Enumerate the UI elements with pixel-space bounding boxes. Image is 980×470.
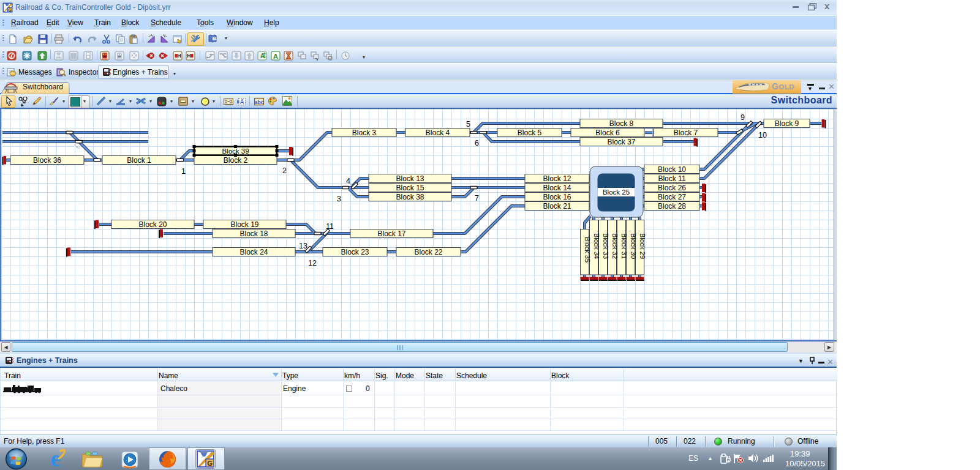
svg-text:Block 7: Block 7 [674, 129, 698, 137]
svg-text:Block 3: Block 3 [352, 129, 377, 137]
svg-text:Block 35: Block 35 [584, 237, 591, 263]
svg-text:Block 16: Block 16 [543, 193, 571, 201]
svg-text:Block 27: Block 27 [658, 193, 686, 201]
svg-text:Block 33: Block 33 [602, 233, 609, 259]
svg-text:11: 11 [326, 222, 334, 231]
svg-text:Block 34: Block 34 [593, 233, 600, 259]
svg-text:6: 6 [475, 139, 479, 147]
svg-text:Block 29: Block 29 [639, 233, 646, 259]
svg-text:Block 1: Block 1 [127, 156, 151, 165]
svg-text:7: 7 [475, 194, 479, 203]
svg-text:2: 2 [282, 166, 287, 175]
svg-text:A: A [240, 99, 244, 105]
svg-text:Block 36: Block 36 [33, 156, 61, 165]
svg-text:Block 5: Block 5 [518, 129, 542, 137]
svg-text:?: ? [213, 37, 216, 41]
svg-text:G: G [207, 460, 213, 467]
svg-text:13: 13 [299, 242, 307, 250]
svg-text:Block 9: Block 9 [775, 119, 799, 128]
svg-text:Block 20: Block 20 [138, 220, 167, 229]
svg-text:Block 22: Block 22 [414, 248, 442, 256]
svg-text:G: G [8, 8, 12, 12]
svg-text:Block 28: Block 28 [658, 202, 686, 211]
svg-text:4: 4 [346, 177, 350, 185]
svg-text:Block 13: Block 13 [396, 174, 424, 183]
svg-text:1: 1 [181, 167, 186, 176]
svg-text:Block 11: Block 11 [658, 174, 685, 183]
svg-text:Block 21: Block 21 [543, 202, 571, 211]
svg-text:Block 15: Block 15 [396, 184, 424, 192]
svg-text:Block 23: Block 23 [341, 248, 369, 256]
svg-text:Block 17: Block 17 [377, 229, 405, 238]
svg-text:Block 14: Block 14 [543, 184, 571, 192]
svg-text:Block 38: Block 38 [396, 193, 424, 201]
svg-text:3: 3 [337, 195, 341, 203]
svg-text:Block 37: Block 37 [607, 138, 635, 146]
svg-text:Block 8: Block 8 [609, 119, 634, 128]
svg-text:Block 6: Block 6 [595, 129, 620, 137]
svg-text:Block 32: Block 32 [611, 233, 619, 259]
svg-text:A: A [273, 53, 278, 60]
svg-text:Block 39: Block 39 [222, 147, 249, 155]
svg-text:Block 4: Block 4 [426, 129, 450, 137]
svg-text:Block 30: Block 30 [630, 233, 637, 259]
svg-text:Block 25: Block 25 [603, 188, 630, 196]
svg-text:Block 10: Block 10 [658, 165, 686, 174]
svg-text:Block 31: Block 31 [620, 233, 628, 259]
svg-text:Block 26: Block 26 [658, 184, 686, 192]
svg-text:Block 19: Block 19 [230, 220, 258, 229]
svg-text:Block 12: Block 12 [543, 174, 571, 183]
svg-text:12: 12 [308, 259, 317, 267]
svg-text:10: 10 [758, 131, 767, 140]
svg-text:5: 5 [466, 120, 470, 129]
svg-text:Block 2: Block 2 [224, 156, 248, 165]
svg-text:abc: abc [254, 99, 264, 105]
svg-text:Block 18: Block 18 [239, 229, 268, 238]
svg-text:9: 9 [741, 113, 745, 122]
svg-text:Block 24: Block 24 [239, 248, 268, 256]
